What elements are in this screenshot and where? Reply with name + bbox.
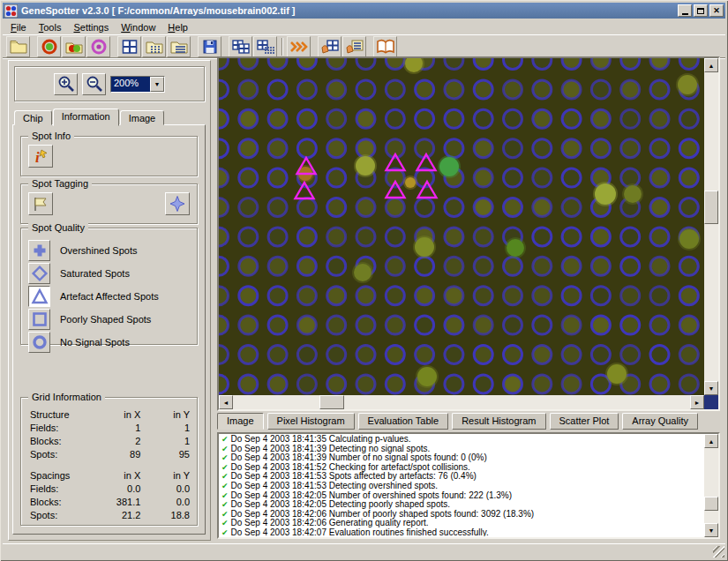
find-spots-button[interactable] — [86, 36, 110, 57]
grid-from-image-button[interactable] — [142, 36, 166, 57]
horizontal-scroll-thumb[interactable] — [319, 395, 344, 409]
check-icon: ✔ — [221, 453, 229, 462]
circle-icon — [31, 333, 49, 351]
tab-result-histogram[interactable]: Result Histogram — [452, 413, 545, 430]
quality-label: Poorly Shaped Spots — [60, 314, 151, 325]
tab-pixel-histogram[interactable]: Pixel Histogram — [267, 413, 355, 430]
spot-tagging-title: Spot Tagging — [28, 178, 92, 189]
minimize-button[interactable] — [678, 4, 692, 17]
left-tab-strip: ChipInformationImage — [14, 108, 165, 125]
grid-with-dots-icon — [256, 39, 275, 55]
grid-info-header: Structurein Xin Y — [30, 408, 190, 422]
spot-info-icon: i — [31, 147, 50, 165]
plus-quality-button[interactable] — [28, 240, 50, 261]
toolbar — [3, 34, 725, 58]
menu-tools[interactable]: Tools — [33, 21, 68, 34]
maximize-button[interactable] — [694, 4, 708, 17]
diamond-icon — [31, 265, 49, 282]
scroll-right-icon[interactable]: ► — [690, 395, 704, 409]
circle-quality-button[interactable] — [28, 332, 50, 353]
check-icon: ✔ — [221, 463, 229, 472]
menu-settings[interactable]: Settings — [67, 21, 115, 34]
log-scroll-down-icon[interactable]: ▼ — [704, 523, 718, 537]
zoom-out-button[interactable] — [82, 73, 106, 95]
menu-file[interactable]: File — [4, 21, 33, 34]
grid-information-group: Grid Information Structurein Xin YFields… — [20, 397, 198, 526]
tab-scatter-plot[interactable]: Scatter Plot — [550, 413, 619, 430]
square-quality-button[interactable] — [28, 309, 50, 330]
zoom-out-icon — [86, 75, 103, 93]
check-icon: ✔ — [221, 472, 229, 481]
close-button[interactable]: ✕ — [709, 4, 724, 17]
image-viewer: ▲ ▼ ◄ ► — [217, 56, 720, 411]
zoom-in-button[interactable] — [54, 73, 78, 95]
tab-image[interactable]: Image — [120, 110, 165, 125]
tab-evaluation-table[interactable]: Evaluation Table — [358, 413, 449, 430]
new-grid-button[interactable] — [117, 36, 141, 57]
scroll-up-icon[interactable]: ▲ — [704, 58, 718, 72]
grid-info-row: Blocks:21 — [30, 435, 190, 448]
save-results-button[interactable] — [198, 36, 221, 57]
quality-label: No Signal Spots — [60, 337, 130, 348]
menu-help[interactable]: Help — [161, 21, 194, 34]
log-entry: ✔Do Sep 4 2003 18:41:53 Detecting oversh… — [221, 482, 702, 491]
left-panel: 200% ▼ ChipInformationImage Spot Info i … — [8, 60, 211, 541]
run-evaluation-button[interactable] — [287, 36, 311, 57]
manual-button[interactable] — [373, 36, 397, 57]
tag-sparkle-button[interactable] — [165, 192, 190, 215]
result-tab-strip: ImagePixel HistogramEvaluation TableResu… — [217, 413, 698, 430]
chevron-down-icon[interactable]: ▼ — [150, 77, 164, 92]
spot-quality-title: Spot Quality — [28, 222, 88, 233]
log-scrollbar[interactable]: ▲ ▼ — [704, 434, 718, 537]
log-panel: ✔Do Sep 4 2003 18:41:35 Calculating p-va… — [217, 432, 720, 539]
vertical-scroll-thumb[interactable] — [704, 191, 718, 224]
tab-chip[interactable]: Chip — [14, 110, 52, 125]
diamond-quality-button[interactable] — [28, 263, 50, 284]
menu-window[interactable]: Window — [115, 21, 161, 34]
zoom-level-select[interactable]: 200% ▼ — [110, 76, 165, 93]
log-list: ✔Do Sep 4 2003 18:41:35 Calculating p-va… — [221, 435, 702, 536]
quality-row-square: Poorly Shaped Spots — [28, 308, 191, 331]
log-scroll-up-icon[interactable]: ▲ — [704, 434, 718, 448]
spot-info-group: Spot Info i — [20, 136, 198, 176]
check-icon: ✔ — [221, 510, 229, 519]
grid-info-row: Fields:11 — [30, 422, 190, 435]
open-image-button[interactable] — [6, 36, 30, 57]
app-icon — [4, 4, 18, 18]
toolbar-separator — [281, 38, 283, 56]
tab-information[interactable]: Information — [53, 108, 119, 126]
adjust-grid-button[interactable] — [318, 36, 341, 57]
spot-tagging-group: Spot Tagging — [20, 183, 198, 224]
menu-bar: FileToolsSettingsWindowHelp — [3, 19, 725, 34]
adjust-list-button[interactable] — [342, 36, 366, 57]
detect-spots-button[interactable] — [37, 36, 61, 57]
zoom-controls: 200% ▼ — [14, 66, 205, 101]
log-scroll-thumb[interactable] — [704, 497, 718, 511]
grid-info-row: Spots:21.218.8 — [30, 509, 190, 522]
grid-dots-icon — [145, 39, 164, 55]
horizontal-scrollbar[interactable]: ◄ ► — [219, 395, 704, 409]
match-spots-button[interactable] — [62, 36, 86, 57]
tab-image[interactable]: Image — [217, 413, 264, 430]
resize-grip[interactable] — [713, 546, 724, 557]
grid-from-file-button[interactable] — [167, 36, 191, 57]
triangle-quality-button[interactable] — [28, 286, 50, 307]
apply-grid-dots-button[interactable] — [253, 36, 277, 57]
vertical-scrollbar[interactable]: ▲ ▼ — [704, 58, 718, 395]
flag-icon — [31, 195, 50, 213]
tab-array-quality[interactable]: Array Quality — [622, 413, 698, 430]
microarray-image[interactable] — [219, 58, 704, 395]
spot-info-button[interactable]: i — [28, 145, 53, 168]
tag-flag-button[interactable] — [28, 192, 53, 215]
scroll-down-icon[interactable]: ▼ — [704, 381, 718, 395]
check-icon: ✔ — [221, 491, 229, 500]
grid-info-header: Spacingsin Xin Y — [30, 469, 190, 482]
svg-text:i: i — [35, 149, 40, 165]
adjust-grid-hand-icon — [320, 39, 340, 55]
check-icon: ✔ — [221, 500, 229, 509]
geneSpotter-window: { "window": { "title": "GeneSpotter v2.3… — [0, 0, 728, 561]
zoom-level-value: 200% — [111, 77, 150, 92]
scroll-left-icon[interactable]: ◄ — [219, 395, 233, 409]
check-icon: ✔ — [221, 519, 229, 527]
apply-grid-button[interactable] — [229, 36, 252, 57]
